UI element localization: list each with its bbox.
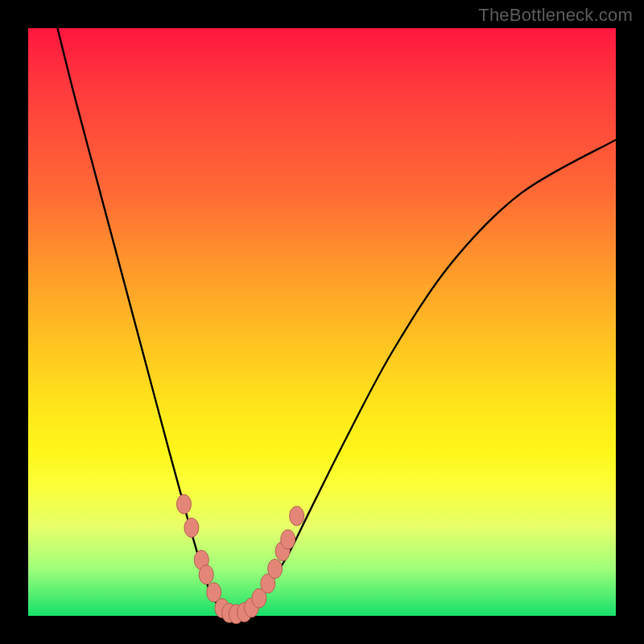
chart-frame: TheBottleneck.com (0, 0, 644, 644)
marker-dot (199, 565, 213, 584)
marker-group (177, 494, 304, 624)
marker-dot (281, 530, 295, 549)
marker-dot (290, 506, 304, 526)
marker-dot (184, 518, 199, 538)
marker-dot (268, 559, 283, 579)
plot-area (28, 28, 616, 616)
curve-svg (28, 28, 616, 616)
marker-dot (177, 494, 192, 514)
bottleneck-curve (58, 28, 617, 616)
curve-path (58, 28, 617, 616)
watermark-text: TheBottleneck.com (478, 5, 633, 26)
